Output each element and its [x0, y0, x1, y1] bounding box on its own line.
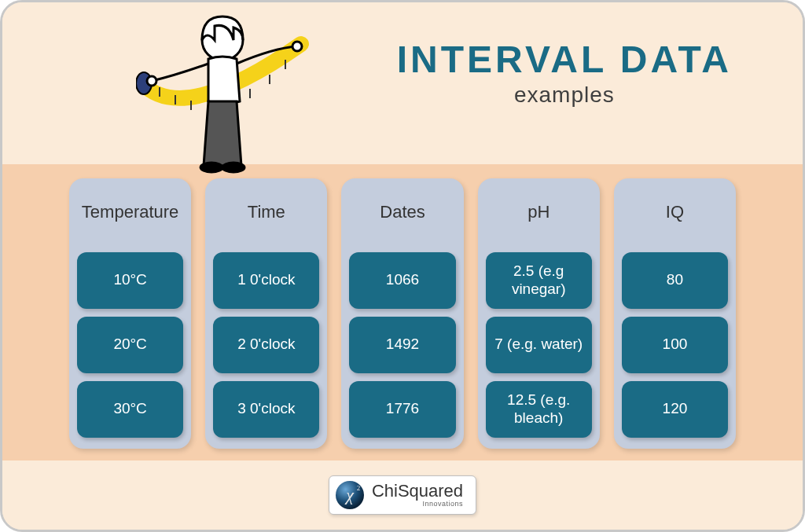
example-chip: 3 0'clock	[213, 381, 319, 438]
card-temperature: Temperature 10°C 20°C 30°C	[69, 178, 191, 449]
card-ph: pH 2.5 (e.g vinegar) 7 (e.g. water) 12.5…	[478, 178, 600, 449]
diagram-frame: INTERVAL DATA examples Temperature 10°C …	[0, 0, 805, 532]
example-chip: 1776	[349, 381, 455, 438]
svg-point-11	[292, 42, 302, 51]
example-chip: 7 (e.g. water)	[486, 317, 592, 373]
example-chip: 2.5 (e.g vinegar)	[486, 252, 592, 309]
example-chip: 2 0'clock	[213, 317, 319, 373]
example-chip: 100	[622, 317, 728, 373]
measuring-person-illustration	[136, 9, 317, 174]
brand-badge: χ 2 ChiSquared Innovations	[329, 475, 476, 515]
page-subtitle: examples	[397, 83, 732, 108]
title-block: INTERVAL DATA examples	[397, 38, 732, 108]
footer: χ 2 ChiSquared Innovations	[2, 460, 803, 530]
card-title: IQ	[622, 191, 728, 233]
examples-row: Temperature 10°C 20°C 30°C Time 1 0'cloc…	[2, 164, 803, 460]
brand-name: ChiSquared	[372, 481, 463, 501]
card-iq: IQ 80 100 120	[614, 178, 736, 449]
example-chip: 30°C	[77, 381, 183, 438]
example-chip: 10°C	[77, 252, 183, 309]
example-chip: 80	[622, 252, 728, 309]
brand-text: ChiSquared Innovations	[372, 482, 463, 508]
example-chip: 1066	[349, 252, 455, 309]
example-chip: 120	[622, 381, 728, 438]
card-title: pH	[486, 191, 592, 233]
page-title: INTERVAL DATA	[397, 38, 732, 81]
example-chip: 1 0'clock	[213, 252, 319, 309]
example-chip: 12.5 (e.g. bleach)	[486, 381, 592, 438]
card-time: Time 1 0'clock 2 0'clock 3 0'clock	[205, 178, 327, 449]
card-dates: Dates 1066 1492 1776	[341, 178, 463, 449]
svg-point-13	[222, 163, 244, 172]
chi-squared-logo-icon: χ 2	[334, 479, 366, 511]
svg-point-12	[200, 163, 222, 172]
svg-text:2: 2	[357, 484, 361, 492]
card-title: Temperature	[77, 191, 183, 233]
svg-text:χ: χ	[344, 485, 355, 504]
brand-tagline: Innovations	[372, 501, 463, 508]
svg-point-10	[147, 76, 156, 86]
example-chip: 1492	[349, 317, 455, 373]
card-title: Time	[213, 191, 319, 233]
card-title: Dates	[349, 191, 455, 233]
header: INTERVAL DATA examples	[2, 2, 803, 164]
example-chip: 20°C	[77, 317, 183, 373]
